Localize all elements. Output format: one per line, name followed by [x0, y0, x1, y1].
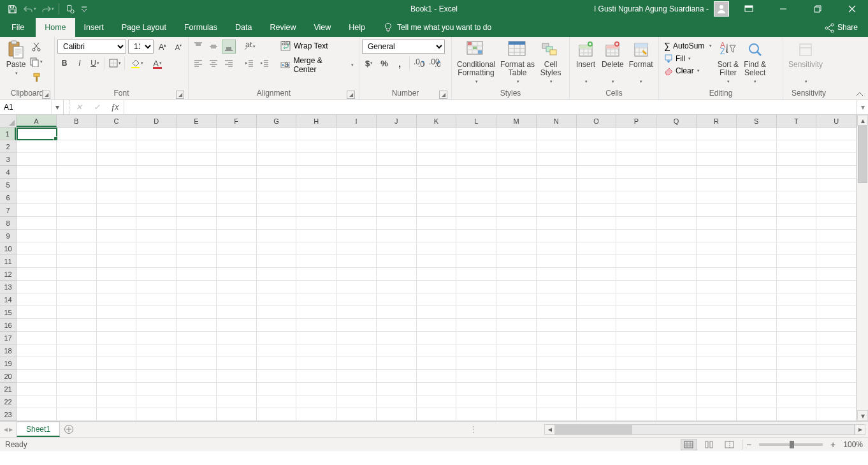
cell-O11[interactable] — [577, 255, 617, 268]
cell-P2[interactable] — [616, 140, 656, 153]
tab-view[interactable]: View — [305, 18, 340, 37]
cell-R10[interactable] — [697, 242, 737, 255]
cell-J15[interactable] — [377, 306, 417, 319]
cell-J10[interactable] — [377, 242, 417, 255]
cell-R19[interactable] — [697, 357, 737, 370]
column-header-T[interactable]: T — [777, 115, 817, 127]
cell-H17[interactable] — [296, 332, 336, 344]
page-break-view-button[interactable] — [721, 439, 738, 450]
cell-R13[interactable] — [697, 281, 737, 293]
cell-T17[interactable] — [777, 332, 817, 344]
cell-B2[interactable] — [57, 140, 97, 153]
cell-C17[interactable] — [97, 332, 137, 344]
cell-J4[interactable] — [377, 166, 417, 179]
cell-M18[interactable] — [496, 344, 537, 357]
cell-B14[interactable] — [57, 293, 97, 306]
cell-M1[interactable] — [496, 128, 537, 140]
cell-C20[interactable] — [97, 370, 137, 383]
cell-F19[interactable] — [217, 357, 257, 370]
cell-A6[interactable] — [17, 191, 57, 204]
cell-U21[interactable] — [816, 383, 857, 395]
cell-N11[interactable] — [537, 255, 577, 268]
cell-L5[interactable] — [456, 179, 496, 191]
cell-E17[interactable] — [177, 332, 217, 344]
cell-J22[interactable] — [377, 395, 417, 408]
cell-A13[interactable] — [17, 281, 57, 293]
cell-H18[interactable] — [296, 344, 336, 357]
cell-J18[interactable] — [377, 344, 417, 357]
cell-O14[interactable] — [577, 293, 617, 306]
cell-G1[interactable] — [257, 128, 297, 140]
format-painter-button[interactable] — [29, 70, 43, 84]
row-header-23[interactable]: 23 — [0, 408, 16, 421]
cell-R14[interactable] — [697, 293, 737, 306]
cell-N10[interactable] — [537, 242, 577, 255]
column-header-A[interactable]: A — [17, 115, 57, 127]
bold-button[interactable]: B — [57, 56, 71, 70]
collapse-ribbon-button[interactable] — [855, 91, 864, 98]
cell-N5[interactable] — [537, 179, 577, 191]
cell-R6[interactable] — [697, 191, 737, 204]
cell-M20[interactable] — [496, 370, 537, 383]
cell-C11[interactable] — [97, 255, 137, 268]
cell-O22[interactable] — [577, 395, 617, 408]
cell-L15[interactable] — [456, 306, 496, 319]
tab-page-layout[interactable]: Page Layout — [113, 18, 175, 37]
column-header-H[interactable]: H — [296, 115, 336, 127]
row-header-12[interactable]: 12 — [0, 268, 16, 281]
cell-M11[interactable] — [496, 255, 537, 268]
cell-P4[interactable] — [616, 166, 656, 179]
cell-P20[interactable] — [616, 370, 656, 383]
new-sheet-button[interactable] — [60, 422, 78, 436]
touch-mouse-mode-icon[interactable] — [62, 1, 78, 17]
cell-E11[interactable] — [177, 255, 217, 268]
cell-E13[interactable] — [177, 281, 217, 293]
cell-C5[interactable] — [97, 179, 137, 191]
cell-L6[interactable] — [456, 191, 496, 204]
column-header-J[interactable]: J — [377, 115, 417, 127]
cell-C13[interactable] — [97, 281, 137, 293]
cell-D12[interactable] — [136, 268, 177, 281]
cell-F8[interactable] — [217, 217, 257, 230]
cell-F23[interactable] — [217, 408, 257, 421]
cell-E10[interactable] — [177, 242, 217, 255]
cell-C1[interactable] — [97, 128, 137, 140]
row-header-1[interactable]: 1 — [0, 128, 16, 140]
cell-A17[interactable] — [17, 332, 57, 344]
cell-E23[interactable] — [177, 408, 217, 421]
cell-H1[interactable] — [296, 128, 336, 140]
cell-S18[interactable] — [737, 344, 777, 357]
cell-K18[interactable] — [417, 344, 457, 357]
cell-U9[interactable] — [816, 230, 857, 242]
cell-L1[interactable] — [456, 128, 496, 140]
cell-G15[interactable] — [257, 306, 297, 319]
cell-J9[interactable] — [377, 230, 417, 242]
cell-C16[interactable] — [97, 319, 137, 332]
column-header-E[interactable]: E — [177, 115, 217, 127]
cell-E7[interactable] — [177, 204, 217, 217]
cell-C10[interactable] — [97, 242, 137, 255]
cell-R22[interactable] — [697, 395, 737, 408]
tab-home[interactable]: Home — [36, 18, 75, 37]
cell-U19[interactable] — [816, 357, 857, 370]
formula-input[interactable] — [124, 100, 857, 114]
cell-P19[interactable] — [616, 357, 656, 370]
maximize-button[interactable] — [803, 0, 832, 18]
cell-B12[interactable] — [57, 268, 97, 281]
cell-D23[interactable] — [136, 408, 177, 421]
cell-T10[interactable] — [777, 242, 817, 255]
cell-M22[interactable] — [496, 395, 537, 408]
cell-E20[interactable] — [177, 370, 217, 383]
cell-L20[interactable] — [456, 370, 496, 383]
number-format-select[interactable]: General — [362, 40, 445, 54]
cell-T20[interactable] — [777, 370, 817, 383]
cell-O1[interactable] — [577, 128, 617, 140]
cell-I1[interactable] — [336, 128, 377, 140]
cell-O15[interactable] — [577, 306, 617, 319]
cell-K8[interactable] — [417, 217, 457, 230]
cell-I12[interactable] — [336, 268, 377, 281]
cell-J7[interactable] — [377, 204, 417, 217]
cell-F2[interactable] — [217, 140, 257, 153]
cell-L21[interactable] — [456, 383, 496, 395]
cell-A15[interactable] — [17, 306, 57, 319]
